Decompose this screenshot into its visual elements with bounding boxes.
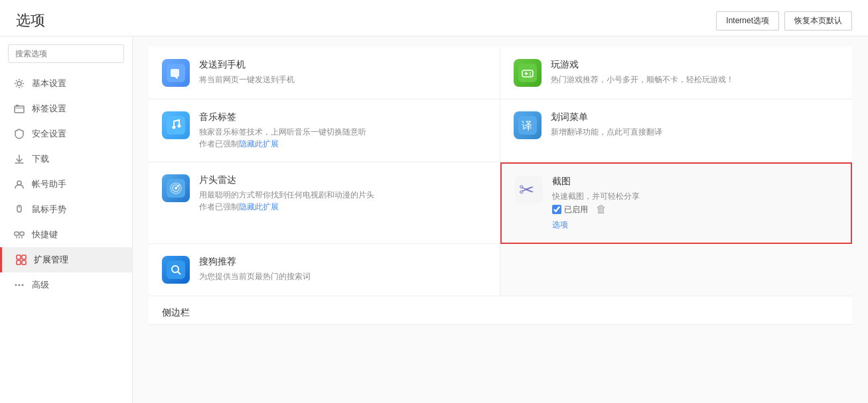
sidebar: 基本设置 标签设置 安全设置 下载 帐号助手 鼠标手势 快捷键 扩展管理 高级	[0, 36, 133, 403]
ext-icon-translate: 译	[514, 111, 542, 139]
main-layout: 基本设置 标签设置 安全设置 下载 帐号助手 鼠标手势 快捷键 扩展管理 高级	[0, 36, 868, 403]
sidebar-item-label: 下载	[32, 153, 49, 165]
extension-item-play-games: 玩游戏 热门游戏推荐，小号多开，顺畅不卡，轻松玩游戏！	[500, 47, 852, 99]
ext-enabled-checkbox[interactable]	[552, 205, 561, 214]
svg-rect-2	[16, 105, 19, 107]
ext-desc-text: 快速截图，并可轻松分享	[552, 192, 640, 201]
ext-desc-translate: 新增翻译功能，点此可直接翻译	[551, 126, 839, 138]
svg-point-0	[17, 82, 21, 86]
shortcut-icon	[13, 229, 25, 241]
page-title: 选项	[16, 11, 45, 30]
svg-rect-6	[20, 232, 24, 235]
search-box	[8, 44, 124, 63]
ext-desc-music-tag: 独家音乐标签技术，上网听音乐一键切换随意听作者已强制隐藏此扩展	[199, 126, 486, 150]
ext-hidden-text: 作者已强制	[199, 202, 239, 211]
svg-rect-5	[15, 232, 19, 235]
ext-icon-screenshot: ✂	[515, 176, 543, 203]
svg-rect-9	[17, 260, 21, 264]
sidebar-item-label: 扩展管理	[34, 254, 68, 266]
svg-rect-20	[167, 116, 185, 135]
account-icon	[13, 178, 25, 190]
download-icon	[13, 153, 25, 165]
ext-hidden-link[interactable]: 隐藏此扩展	[239, 139, 279, 148]
ext-info-play-games: 玩游戏 热门游戏推荐，小号多开，顺畅不卡，轻松玩游戏！	[551, 59, 839, 86]
internet-options-button[interactable]: Internet选项	[716, 11, 779, 30]
ext-desc-text: 新增翻译功能，点此可直接翻译	[551, 127, 662, 137]
extension-item-music-tag: 音乐标签 独家音乐标签技术，上网听音乐一键切换随意听作者已强制隐藏此扩展	[149, 99, 500, 162]
svg-rect-8	[22, 255, 26, 259]
extensions-icon	[15, 254, 27, 266]
svg-point-13	[22, 284, 24, 286]
sidebar-item-label: 帐号助手	[32, 178, 66, 190]
security-icon	[13, 128, 25, 140]
ext-hidden-link[interactable]: 隐藏此扩展	[239, 202, 279, 211]
ext-desc-play-games: 热门游戏推荐，小号多开，顺畅不卡，轻松玩游戏！	[551, 74, 839, 86]
sidebar-item-label: 标签设置	[32, 103, 66, 115]
extension-item-sougou-recommend: 搜狗推荐 为您提供当前页最热门的搜索词	[149, 244, 500, 296]
extensions-grid: 发送到手机 将当前网页一键发送到手机 玩游戏 热门游戏推荐，小号多开，顺畅不卡，…	[149, 47, 852, 296]
ext-info-translate: 划词菜单 新增翻译功能，点此可直接翻译	[551, 111, 839, 138]
ext-option-link[interactable]: 选项	[552, 219, 837, 231]
sidebar-item-label: 快捷键	[32, 229, 58, 241]
ext-actions: 已启用 🗑	[552, 203, 837, 215]
svg-text:✂: ✂	[519, 180, 534, 200]
ext-icon-sougou-recommend	[162, 256, 190, 284]
sidebar-section-label: 侧边栏	[149, 296, 852, 325]
ext-name-sougou-recommend: 搜狗推荐	[199, 256, 486, 268]
content-area: 发送到手机 将当前网页一键发送到手机 玩游戏 热门游戏推荐，小号多开，顺畅不卡，…	[133, 36, 868, 403]
restore-default-button[interactable]: 恢复本页默认	[784, 11, 852, 30]
svg-rect-16	[518, 64, 537, 82]
ext-hidden-text: 作者已强制	[199, 139, 239, 148]
svg-point-22	[178, 125, 181, 128]
ext-info-radar: 片头雷达 用最聪明的方式帮你找到任何电视剧和动漫的片头作者已强制隐藏此扩展	[199, 174, 486, 213]
sidebar-item-label: 安全设置	[32, 128, 66, 140]
extension-item-send-to-phone: 发送到手机 将当前网页一键发送到手机	[149, 47, 500, 99]
svg-point-11	[15, 284, 17, 286]
svg-point-12	[19, 284, 21, 286]
svg-rect-1	[15, 106, 24, 113]
svg-rect-30	[167, 260, 185, 279]
svg-rect-7	[17, 255, 21, 259]
ext-icon-radar	[162, 174, 190, 202]
ext-name-screenshot: 截图	[552, 176, 837, 188]
ext-desc-text: 将当前网页一键发送到手机	[199, 75, 295, 84]
ext-info-screenshot: 截图 快速截图，并可轻松分享 已启用 🗑 选项	[552, 176, 837, 231]
ext-desc-text: 独家音乐标签技术，上网听音乐一键切换随意听	[199, 127, 366, 137]
sidebar-item-label: 高级	[32, 279, 49, 291]
ext-desc-text: 为您提供当前页最热门的搜索词	[199, 272, 311, 281]
header-buttons: Internet选项 恢复本页默认	[716, 11, 852, 30]
svg-point-21	[173, 126, 176, 129]
ext-name-translate: 划词菜单	[551, 111, 839, 123]
ext-name-radar: 片头雷达	[199, 174, 486, 186]
ext-desc-radar: 用最聪明的方式帮你找到任何电视剧和动漫的片头作者已强制隐藏此扩展	[199, 189, 486, 213]
sidebar-item-basic[interactable]: 基本设置	[0, 71, 132, 96]
ext-info-music-tag: 音乐标签 独家音乐标签技术，上网听音乐一键切换随意听作者已强制隐藏此扩展	[199, 111, 486, 150]
ext-desc-text: 热门游戏推荐，小号多开，顺畅不卡，轻松玩游戏！	[551, 75, 734, 84]
svg-point-19	[530, 74, 531, 76]
ext-desc-text: 用最聪明的方式帮你找到任何电视剧和动漫的片头	[199, 190, 374, 200]
sidebar-item-mouse[interactable]: 鼠标手势	[0, 197, 132, 222]
ext-icon-play-games	[514, 59, 542, 87]
svg-text:译: 译	[522, 120, 532, 131]
ext-delete-button[interactable]: 🗑	[596, 203, 607, 215]
sidebar-item-shortcut[interactable]: 快捷键	[0, 222, 132, 247]
ext-enabled-area: 已启用	[552, 204, 588, 215]
sidebar-item-tabs[interactable]: 标签设置	[0, 96, 132, 121]
ext-info-send-to-phone: 发送到手机 将当前网页一键发送到手机	[199, 59, 486, 86]
sidebar-item-account[interactable]: 帐号助手	[0, 172, 132, 197]
sidebar-item-extensions[interactable]: 扩展管理	[0, 247, 132, 272]
ext-icon-music-tag	[162, 111, 190, 139]
svg-point-18	[530, 72, 531, 74]
options-page: 选项 Internet选项 恢复本页默认 基本设置 标签设置 安全设置 下载 帐…	[0, 0, 868, 403]
ext-desc-send-to-phone: 将当前网页一键发送到手机	[199, 74, 486, 86]
sidebar-item-security[interactable]: 安全设置	[0, 121, 132, 146]
ext-desc-sougou-recommend: 为您提供当前页最热门的搜索词	[199, 270, 486, 282]
extension-item-screenshot: ✂ 截图 快速截图，并可轻松分享 已启用 🗑 选项	[500, 162, 852, 244]
ext-name-music-tag: 音乐标签	[199, 111, 486, 123]
sidebar-item-label: 基本设置	[32, 78, 66, 89]
sidebar-item-advanced[interactable]: 高级	[0, 272, 132, 298]
search-input[interactable]	[8, 44, 124, 63]
ext-enabled-label: 已启用	[564, 204, 588, 215]
sidebar-item-download[interactable]: 下载	[0, 146, 132, 172]
svg-rect-10	[22, 260, 26, 264]
